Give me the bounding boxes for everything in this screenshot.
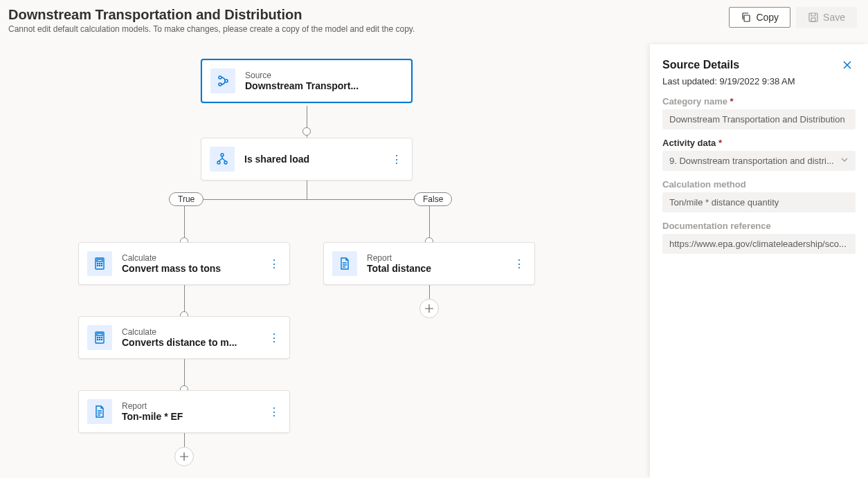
- svg-point-3: [219, 76, 221, 79]
- page-subtitle: Cannot edit default calculation models. …: [8, 24, 729, 34]
- connector-dot: [302, 127, 311, 136]
- add-node-button[interactable]: [419, 299, 439, 318]
- category-label: Category name *: [662, 96, 856, 107]
- node-menu-button[interactable]: ⋮: [267, 254, 281, 273]
- svg-point-14: [97, 265, 98, 266]
- flow-canvas: True False Source Downstream Transport..…: [0, 42, 647, 478]
- node-title: Converts distance to m...: [122, 337, 257, 348]
- svg-point-11: [97, 263, 98, 264]
- method-label: Calculation method: [662, 179, 856, 190]
- copy-icon: [741, 12, 752, 23]
- node-type: Report: [367, 253, 503, 263]
- svg-rect-0: [744, 15, 750, 21]
- svg-point-4: [219, 83, 221, 86]
- activity-select[interactable]: 9. Downstream transportation and distri.…: [662, 151, 856, 171]
- connector: [184, 199, 430, 200]
- report-node[interactable]: Report Total distance ⋮: [323, 242, 535, 285]
- node-menu-button[interactable]: ⋮: [267, 402, 281, 421]
- svg-point-8: [224, 161, 227, 164]
- calculator-icon: [87, 325, 112, 350]
- method-input[interactable]: Ton/mile * distance quantity: [662, 192, 856, 212]
- node-type: Calculate: [122, 327, 257, 337]
- doc-label: Documentation reference: [662, 221, 856, 231]
- node-menu-button[interactable]: ⋮: [267, 328, 281, 347]
- node-type: Calculate: [122, 253, 257, 263]
- document-icon: [332, 251, 357, 276]
- svg-rect-2: [811, 18, 815, 21]
- svg-point-24: [101, 339, 102, 340]
- branch-true-label: True: [169, 192, 204, 206]
- node-type: Source: [245, 71, 403, 80]
- calculator-icon: [87, 251, 112, 276]
- details-panel: Source Details Last updated: 9/19/2022 9…: [650, 44, 868, 478]
- node-type: Report: [122, 401, 257, 411]
- save-icon: [808, 12, 819, 23]
- source-icon: [210, 68, 235, 93]
- svg-rect-18: [97, 333, 102, 335]
- copy-button[interactable]: Copy: [729, 7, 790, 28]
- svg-point-22: [97, 339, 98, 340]
- svg-point-23: [99, 339, 100, 340]
- node-title: Total distance: [367, 263, 503, 274]
- page-title: Downstream Transportation and Distributi…: [8, 7, 729, 23]
- condition-node[interactable]: Is shared load ⋮: [201, 138, 413, 181]
- document-icon: [87, 399, 112, 424]
- svg-point-16: [101, 265, 102, 266]
- copy-label: Copy: [756, 12, 779, 23]
- doc-input[interactable]: https://www.epa.gov/climateleadership/sc…: [662, 234, 856, 254]
- svg-point-19: [97, 337, 98, 338]
- calculate-node[interactable]: Calculate Convert mass to tons ⋮: [78, 242, 290, 285]
- node-menu-button[interactable]: ⋮: [390, 149, 404, 169]
- node-menu-button[interactable]: ⋮: [512, 254, 526, 273]
- report-node[interactable]: Report Ton-mile * EF ⋮: [78, 390, 290, 433]
- condition-icon: [210, 147, 235, 172]
- category-input[interactable]: Downstream Transportation and Distributi…: [662, 109, 856, 129]
- activity-label: Activity data *: [662, 138, 856, 148]
- close-button[interactable]: [839, 57, 856, 73]
- last-updated: Last updated: 9/19/2022 9:38 AM: [662, 76, 856, 86]
- svg-rect-10: [97, 259, 102, 261]
- svg-point-13: [101, 263, 102, 264]
- node-title: Downstream Transport...: [245, 80, 403, 91]
- source-node[interactable]: Source Downstream Transport...: [201, 59, 413, 103]
- calculate-node[interactable]: Calculate Converts distance to m... ⋮: [78, 316, 290, 359]
- add-node-button[interactable]: [174, 447, 194, 466]
- node-title: Convert mass to tons: [122, 263, 257, 274]
- connector: [307, 179, 307, 199]
- branch-false-label: False: [414, 192, 452, 206]
- chevron-down-icon: [840, 156, 849, 166]
- svg-point-6: [221, 154, 224, 156]
- node-title: Ton-mile * EF: [122, 411, 257, 422]
- save-label: Save: [823, 12, 845, 23]
- close-icon: [842, 59, 853, 71]
- svg-point-7: [217, 161, 220, 164]
- save-button: Save: [796, 7, 857, 28]
- svg-rect-1: [809, 13, 817, 21]
- panel-title: Source Details: [662, 59, 739, 71]
- svg-point-20: [99, 337, 100, 338]
- svg-point-12: [99, 263, 100, 264]
- node-title: Is shared load: [244, 154, 380, 165]
- svg-point-15: [99, 265, 100, 266]
- svg-point-21: [101, 337, 102, 338]
